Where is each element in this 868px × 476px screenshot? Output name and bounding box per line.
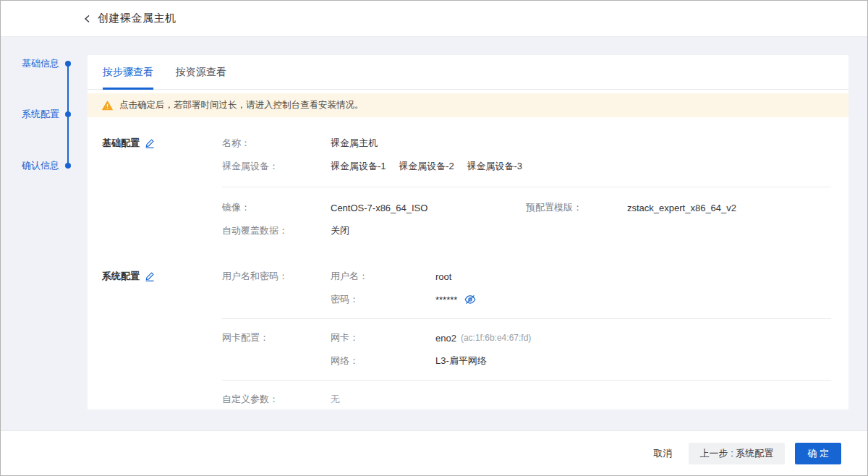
nic-label: 网卡：	[331, 331, 435, 344]
password-value: ******	[435, 294, 457, 305]
system-config-title: 系统配置	[102, 270, 140, 283]
warning-triangle-icon	[102, 101, 113, 111]
step-basic-info[interactable]: 基础信息	[1, 56, 88, 71]
username-label: 用户名：	[331, 270, 435, 283]
device-item: 裸金属设备-1	[331, 161, 386, 171]
name-row: 名称： 裸金属主机	[222, 132, 831, 155]
custom-params-row: 自定义参数： 无	[222, 388, 831, 409]
divider	[222, 318, 831, 319]
system-config-section: 系统配置 用户名和密码： 用户名： root	[88, 265, 848, 409]
custom-params-value: 无	[331, 393, 340, 406]
device-item: 裸金属设备-3	[467, 161, 522, 171]
image-row: 镜像： CentOS-7-x86_64_ISO 预配置模版： zstack_ex…	[222, 196, 831, 219]
overwrite-label: 自动覆盖数据：	[222, 224, 331, 237]
step-label: 确认信息	[22, 159, 59, 172]
template-label: 预配置模版：	[526, 201, 627, 214]
devices-row: 裸金属设备： 裸金属设备-1 裸金属设备-2 裸金属设备-3	[222, 155, 831, 178]
username-value: root	[435, 271, 451, 282]
credentials-row: 用户名和密码： 用户名： root 密码： ******	[222, 265, 831, 311]
step-dot-icon	[65, 61, 71, 67]
warning-banner: 点击确定后，若部署时间过长，请进入控制台查看安装情况。	[88, 93, 848, 117]
nic-mac: (ac:1f:6b:e4:67:fd)	[461, 333, 531, 343]
warning-text: 点击确定后，若部署时间过长，请进入控制台查看安装情况。	[119, 99, 364, 111]
footer-bar: 取消 上一步 : 系统配置 确 定	[1, 430, 867, 475]
step-dot-icon	[65, 111, 71, 117]
confirm-button[interactable]: 确 定	[795, 443, 841, 464]
custom-params-label: 自定义参数：	[222, 393, 331, 406]
network-value: L3-扁平网络	[435, 354, 487, 367]
eye-off-icon[interactable]	[464, 294, 476, 305]
header: 创建裸金属主机	[1, 1, 867, 37]
step-system-config[interactable]: 系统配置	[1, 107, 88, 122]
step-label: 基础信息	[22, 57, 59, 70]
tab-by-step[interactable]: 按步骤查看	[103, 55, 153, 89]
image-label: 镜像：	[222, 201, 331, 214]
step-confirm-info[interactable]: 确认信息	[1, 158, 88, 173]
divider	[222, 380, 831, 381]
back-button[interactable]	[83, 14, 92, 23]
prev-step-button[interactable]: 上一步 : 系统配置	[689, 443, 786, 464]
divider	[222, 187, 831, 187]
devices-label: 裸金属设备：	[222, 160, 331, 173]
password-label: 密码：	[331, 293, 435, 306]
overwrite-value: 关闭	[331, 224, 349, 237]
image-value: CentOS-7-x86_64_ISO	[331, 203, 427, 213]
nic-group-row: 网卡配置： 网卡： eno2 (ac:1f:6b:e4:67:fd) 网络： L…	[222, 326, 831, 373]
basic-config-section: 基础配置 名称： 裸金属主机 裸金属设备： 裸金属设备-1	[88, 132, 848, 242]
cancel-button[interactable]: 取消	[654, 447, 673, 460]
credentials-label: 用户名和密码：	[222, 265, 331, 288]
template-value: zstack_expert_x86_64_v2	[627, 203, 736, 213]
name-label: 名称：	[222, 137, 331, 150]
network-label: 网络：	[331, 354, 435, 367]
nic-value: eno2	[435, 333, 456, 344]
chevron-left-icon	[83, 14, 92, 23]
overwrite-row: 自动覆盖数据： 关闭	[222, 219, 831, 242]
device-item: 裸金属设备-2	[399, 161, 454, 171]
page-title: 创建裸金属主机	[98, 12, 176, 25]
view-tab-bar: 按步骤查看 按资源查看	[88, 55, 848, 90]
tab-by-resource[interactable]: 按资源查看	[176, 55, 226, 89]
edit-system-config-icon[interactable]	[145, 271, 155, 281]
step-dot-icon	[65, 163, 71, 169]
nic-group-label: 网卡配置：	[222, 326, 331, 349]
name-value: 裸金属主机	[331, 137, 378, 150]
edit-basic-config-icon[interactable]	[145, 138, 155, 148]
basic-config-title: 基础配置	[102, 137, 140, 150]
step-rail: 基础信息 系统配置 确认信息	[1, 37, 88, 428]
summary-content: 基础配置 名称： 裸金属主机 裸金属设备： 裸金属设备-1	[88, 117, 848, 409]
confirm-card: 按步骤查看 按资源查看 点击确定后，若部署时间过长，请进入控制台查看安装情况。 …	[88, 55, 848, 409]
step-label: 系统配置	[22, 108, 59, 121]
